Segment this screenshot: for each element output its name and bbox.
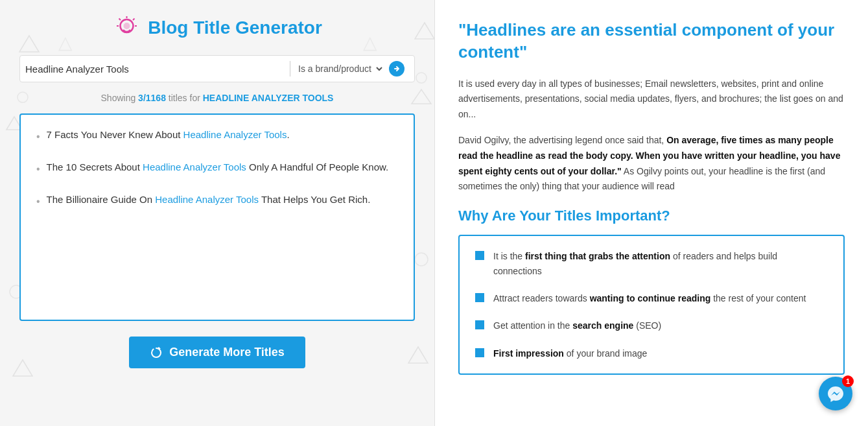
chat-badge: 1 [842,375,854,387]
results-box: • 7 Facts You Never Knew About Headline … [19,113,415,321]
info-bullet-2 [475,293,484,302]
result-text-2: The 10 Secrets About Headline Analyzer T… [47,160,389,175]
result-item-3: • The Billionaire Guide On Headline Anal… [36,193,398,209]
info-item-1: It is the first thing that grabs the att… [475,249,828,278]
app-header: Blog Title Generator [19,13,415,42]
search-bar: Is a brand/product Is a topic Is a name [19,55,415,82]
info-box: It is the first thing that grabs the att… [458,235,845,375]
bullet-2: • [36,161,40,177]
result-text-1: 7 Facts You Never Knew About Headline An… [47,128,290,143]
info-bold-1: first thing that grabs the attention [525,251,670,261]
info-text-3: Get attention in the search engine (SEO) [493,318,661,333]
svg-line-19 [133,19,135,21]
svg-point-22 [124,23,130,29]
info-text-1: It is the first thing that grabs the att… [493,249,828,278]
info-bold-2: wanting to continue reading [590,293,711,303]
highlight-2: Headline Analyzer Tools [143,161,246,172]
main-quote-heading: "Headlines are an essential component of… [458,19,845,64]
section-title: Why Are Your Titles Important? [458,207,845,224]
type-select[interactable]: Is a brand/product Is a topic Is a name [296,63,384,75]
chat-bubble[interactable]: 1 [819,377,852,410]
info-item-4: First impression of your brand image [475,346,828,361]
generate-button-label: Generate More Titles [169,346,285,359]
highlight-3: Headline Analyzer Tools [155,194,259,205]
app-title: Blog Title Generator [148,18,322,38]
search-input[interactable] [25,64,285,75]
right-panel: "Headlines are an essential component of… [434,0,868,426]
info-item-3: Get attention in the search engine (SEO) [475,318,828,333]
search-button[interactable] [384,58,409,80]
intro-paragraph: It is used every day in all types of bus… [458,77,845,123]
showing-text: Showing 3/1168 titles for HEADLINE ANALY… [19,93,415,103]
search-divider [290,61,290,77]
logo-icon [112,13,141,42]
result-text-3: The Billionaire Guide On Headline Analyz… [47,193,371,207]
quote-paragraph: David Ogilvy, the advertising legend onc… [458,133,845,195]
svg-marker-1 [415,23,434,39]
highlight-1: Headline Analyzer Tools [183,129,287,140]
info-item-2: Attract readers towards wanting to conti… [475,291,828,305]
result-item-1: • 7 Facts You Never Knew About Headline … [36,128,398,145]
quote-prefix: David Ogilvy, the advertising legend onc… [458,135,666,145]
info-bullet-3 [475,320,484,329]
info-bold-4: First impression [493,348,564,359]
left-panel: △ △ ◇ ◇ ◁ [0,0,434,426]
info-bullet-1 [475,251,484,260]
result-item-2: • The 10 Secrets About Headline Analyzer… [36,160,398,177]
info-bullet-4 [475,348,484,357]
refresh-icon [150,346,163,359]
info-text-4: First impression of your brand image [493,346,647,361]
svg-line-18 [119,19,121,21]
info-text-2: Attract readers towards wanting to conti… [493,291,806,305]
messenger-icon [827,385,845,403]
info-bold-3: search engine [572,320,633,331]
svg-point-7 [415,253,428,266]
bullet-1: • [36,129,40,145]
bullet-3: • [36,194,40,209]
generate-more-button[interactable]: Generate More Titles [129,337,305,368]
svg-point-5 [416,73,427,83]
